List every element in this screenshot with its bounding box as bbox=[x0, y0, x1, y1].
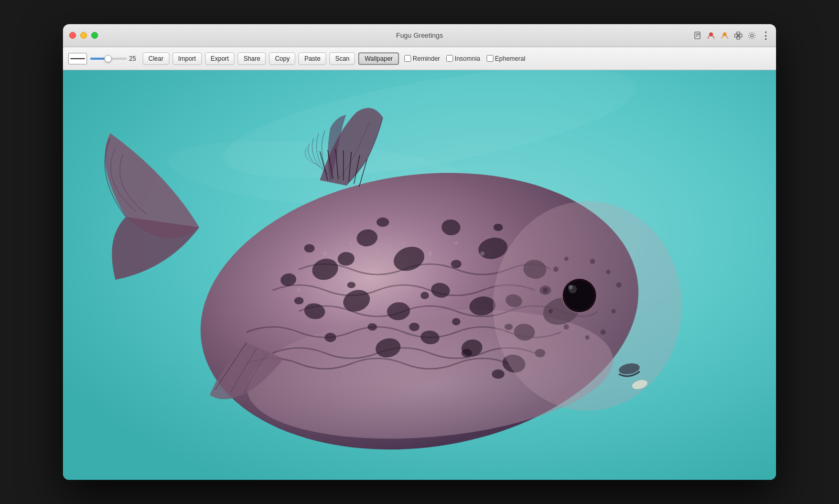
svg-point-76 bbox=[455, 242, 458, 245]
fish-scene bbox=[63, 70, 776, 480]
brush-size-value: 25 bbox=[129, 55, 139, 62]
svg-point-71 bbox=[323, 251, 327, 256]
svg-point-65 bbox=[611, 309, 616, 313]
more-icon[interactable]: ⋮ bbox=[761, 31, 770, 40]
window-title: Fugu Greetings bbox=[396, 31, 443, 39]
svg-point-80 bbox=[350, 278, 353, 281]
brush-size-slider[interactable] bbox=[90, 58, 127, 60]
reminder-checkbox-label[interactable]: Reminder bbox=[404, 55, 440, 62]
insomnia-checkbox-label[interactable]: Insomnia bbox=[446, 55, 480, 62]
pen-preview[interactable] bbox=[68, 53, 87, 64]
svg-point-43 bbox=[492, 369, 504, 379]
extension-icon[interactable] bbox=[734, 31, 743, 40]
brush-size-slider-container: 25 bbox=[90, 55, 139, 62]
svg-point-39 bbox=[451, 260, 461, 268]
ephemeral-checkbox-label[interactable]: Ephemeral bbox=[487, 55, 525, 62]
svg-point-78 bbox=[297, 289, 300, 292]
svg-point-45 bbox=[409, 323, 420, 331]
svg-point-73 bbox=[375, 251, 380, 256]
close-button[interactable] bbox=[69, 32, 76, 39]
svg-point-54 bbox=[565, 281, 594, 310]
svg-point-56 bbox=[568, 285, 573, 289]
minimize-button[interactable] bbox=[80, 32, 87, 39]
import-button[interactable]: Import bbox=[173, 52, 202, 65]
svg-point-68 bbox=[564, 324, 569, 330]
svg-point-37 bbox=[377, 217, 389, 227]
insomnia-checkbox[interactable] bbox=[446, 55, 453, 62]
settings-icon[interactable] bbox=[748, 31, 756, 40]
svg-rect-0 bbox=[695, 32, 700, 39]
svg-point-50 bbox=[461, 349, 472, 357]
clear-button[interactable]: Clear bbox=[143, 52, 169, 65]
svg-point-70 bbox=[543, 288, 548, 293]
svg-point-40 bbox=[493, 224, 503, 231]
svg-rect-6 bbox=[735, 34, 738, 37]
svg-point-79 bbox=[323, 283, 327, 287]
ephemeral-label: Ephemeral bbox=[495, 55, 525, 62]
toolbar: 25 Clear Import Export Share Copy Paste … bbox=[63, 47, 776, 70]
svg-point-69 bbox=[548, 309, 553, 313]
svg-point-36 bbox=[304, 244, 315, 253]
pen-line-preview bbox=[70, 58, 85, 59]
svg-point-67 bbox=[585, 335, 589, 339]
main-canvas-area[interactable] bbox=[63, 70, 776, 480]
canvas-background[interactable] bbox=[63, 70, 776, 480]
svg-point-63 bbox=[606, 270, 610, 274]
svg-point-10 bbox=[751, 34, 754, 37]
wallpaper-button[interactable]: Wallpaper bbox=[358, 52, 399, 65]
svg-point-38 bbox=[421, 292, 429, 299]
title-bar-icons: ⋮ bbox=[693, 31, 770, 40]
svg-rect-8 bbox=[737, 32, 740, 35]
reminder-checkbox[interactable] bbox=[404, 55, 411, 62]
svg-rect-7 bbox=[739, 34, 742, 37]
insomnia-label: Insomnia bbox=[455, 55, 480, 62]
ephemeral-checkbox[interactable] bbox=[487, 55, 493, 62]
share-button[interactable]: Share bbox=[238, 52, 266, 65]
svg-point-48 bbox=[294, 297, 304, 304]
svg-point-72 bbox=[350, 242, 353, 245]
svg-point-49 bbox=[347, 282, 356, 288]
copy-button[interactable]: Copy bbox=[269, 52, 295, 65]
app-window: Fugu Greetings bbox=[63, 24, 776, 480]
paste-button[interactable]: Paste bbox=[298, 52, 326, 65]
svg-point-62 bbox=[590, 259, 595, 264]
svg-point-66 bbox=[600, 330, 606, 335]
svg-point-60 bbox=[553, 267, 558, 272]
maximize-button[interactable] bbox=[91, 32, 98, 39]
reminder-label: Reminder bbox=[413, 55, 440, 62]
profile1-icon[interactable] bbox=[707, 31, 715, 40]
svg-point-44 bbox=[452, 318, 460, 325]
document-icon[interactable] bbox=[693, 31, 702, 40]
profile2-icon[interactable] bbox=[720, 31, 729, 40]
svg-point-75 bbox=[428, 251, 432, 256]
svg-rect-9 bbox=[737, 36, 740, 39]
checkbox-group: Reminder Insomnia Ephemeral bbox=[404, 55, 525, 62]
traffic-lights bbox=[69, 32, 98, 39]
svg-point-77 bbox=[480, 251, 485, 256]
title-bar: Fugu Greetings bbox=[63, 24, 776, 47]
svg-point-64 bbox=[616, 282, 621, 288]
svg-point-61 bbox=[564, 257, 568, 261]
svg-point-74 bbox=[402, 242, 405, 245]
export-button[interactable]: Export bbox=[205, 52, 235, 65]
scan-button[interactable]: Scan bbox=[329, 52, 355, 65]
